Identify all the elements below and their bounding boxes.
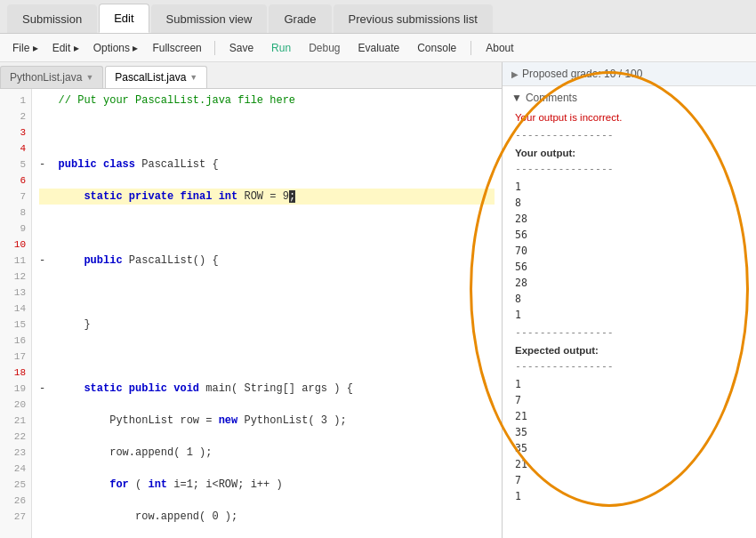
file-tab-pascallist[interactable]: PascalList.java ▼ <box>105 66 207 88</box>
comments-label: Comments <box>526 92 577 104</box>
comments-arrow: ▼ <box>511 92 522 104</box>
tab-previous-submissions[interactable]: Previous submissions list <box>334 4 493 33</box>
menu-save[interactable]: Save <box>222 40 261 56</box>
top-nav: Submission Edit Submission view Grade Pr… <box>0 0 756 34</box>
expected-output-nums: 172135352171 <box>515 376 747 504</box>
divider-1: ---------------- <box>515 127 747 143</box>
menu-debug[interactable]: Debug <box>302 40 347 56</box>
editor-area: PythonList.java ▼ PascalList.java ▼ 1 2 … <box>0 62 503 538</box>
file-tab-pythonlist[interactable]: PythonList.java ▼ <box>0 66 103 88</box>
divider-3: ---------------- <box>515 325 747 341</box>
error-message: Your output is incorrect. <box>515 109 747 125</box>
tab-edit[interactable]: Edit <box>99 4 149 33</box>
main-content: PythonList.java ▼ PascalList.java ▼ 1 2 … <box>0 62 756 538</box>
your-output-label: Your output: <box>515 145 747 161</box>
tab-submission[interactable]: Submission <box>7 4 97 33</box>
code-content[interactable]: 1 2 3 4 5 6 7 8 9 10 11 12 13 14 15 16 1 <box>0 89 502 538</box>
menu-bar: File ▸ Edit ▸ Options ▸ Fullscreen Save … <box>0 34 756 62</box>
file-tab-label: PythonList.java <box>10 71 82 84</box>
menu-file[interactable]: File ▸ <box>7 40 44 56</box>
divider-4: ---------------- <box>515 358 747 374</box>
line-numbers: 1 2 3 4 5 6 7 8 9 10 11 12 13 14 15 16 1 <box>0 89 32 538</box>
menu-separator-2 <box>470 41 471 55</box>
your-output-nums: 18285670562881 <box>515 179 747 323</box>
file-tabs: PythonList.java ▼ PascalList.java ▼ <box>0 62 502 89</box>
file-tab-arrow: ▼ <box>85 73 93 82</box>
grade-bar: ▶ Proposed grade: 10 / 100 <box>503 62 756 86</box>
file-tab-label-active: PascalList.java <box>115 71 186 84</box>
grade-arrow: ▶ <box>511 69 519 79</box>
menu-edit[interactable]: Edit ▸ <box>47 40 84 56</box>
menu-about[interactable]: About <box>479 40 520 56</box>
menu-evaluate[interactable]: Evaluate <box>351 40 407 56</box>
divider-2: ---------------- <box>515 161 747 177</box>
menu-console[interactable]: Console <box>410 40 463 56</box>
menu-separator-1 <box>214 41 215 55</box>
menu-run[interactable]: Run <box>264 40 298 56</box>
comments-section: ▼ Comments Your output is incorrect. ---… <box>503 86 756 511</box>
grade-label: Proposed grade: 10 / 100 <box>522 68 642 80</box>
tab-grade[interactable]: Grade <box>269 4 331 33</box>
expected-output-label: Expected output: <box>515 342 747 358</box>
menu-fullscreen[interactable]: Fullscreen <box>147 40 206 56</box>
right-panel: ▶ Proposed grade: 10 / 100 ▼ Comments Yo… <box>503 62 756 538</box>
file-tab-arrow-active: ▼ <box>189 73 197 82</box>
comments-header: ▼ Comments <box>511 92 747 104</box>
menu-options[interactable]: Options ▸ <box>88 40 144 56</box>
code-text[interactable]: // Put your PascalList.java file here - … <box>32 89 502 538</box>
comments-body: Your output is incorrect. --------------… <box>511 109 747 504</box>
tab-submission-view[interactable]: Submission view <box>151 4 268 33</box>
